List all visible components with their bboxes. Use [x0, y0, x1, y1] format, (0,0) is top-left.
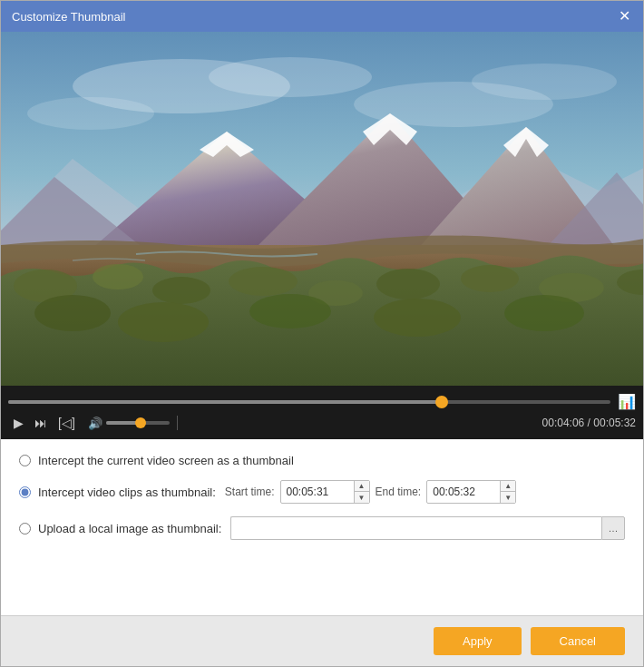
- end-time-up[interactable]: ▲: [501, 481, 515, 492]
- cancel-button[interactable]: Cancel: [531, 627, 625, 655]
- progress-fill: [8, 400, 442, 404]
- start-time-input[interactable]: [281, 483, 354, 501]
- time-sep: /: [584, 417, 593, 429]
- end-time-spinners: ▲ ▼: [500, 481, 515, 503]
- svg-point-26: [118, 302, 209, 342]
- svg-point-25: [34, 295, 111, 331]
- video-preview: [1, 32, 643, 386]
- svg-point-28: [374, 299, 461, 337]
- svg-point-29: [504, 295, 584, 331]
- volume-icon: 🔊: [88, 417, 102, 430]
- end-time-input[interactable]: [427, 483, 500, 501]
- separator: [177, 416, 178, 430]
- start-time-down[interactable]: ▼: [355, 492, 369, 503]
- upload-path-input[interactable]: [230, 516, 601, 540]
- waveform-icon: 📊: [618, 393, 636, 410]
- radio3-label[interactable]: Upload a local image as thumbnail:: [38, 522, 221, 535]
- volume-thumb[interactable]: [135, 417, 146, 428]
- svg-point-27: [249, 294, 331, 329]
- progress-thumb[interactable]: [435, 396, 448, 408]
- radio-intercept-current[interactable]: [19, 455, 31, 466]
- option-row-3: Upload a local image as thumbnail: …: [19, 516, 625, 540]
- svg-point-18: [152, 277, 210, 304]
- customize-thumbnail-dialog: Customize Thumbnail ✕: [0, 0, 644, 667]
- svg-point-17: [93, 264, 143, 289]
- svg-point-19: [229, 267, 298, 296]
- radio1-label[interactable]: Intercept the current video screen as a …: [38, 454, 294, 467]
- current-time: 00:04:06: [542, 417, 585, 429]
- svg-point-5: [27, 97, 154, 130]
- svg-point-22: [461, 265, 519, 292]
- volume-area: 🔊: [88, 417, 170, 430]
- start-time-wrapper: ▲ ▼: [280, 480, 370, 504]
- time-display: 00:04:06 / 00:05:32: [542, 417, 636, 429]
- video-frame: [1, 32, 643, 386]
- title-bar: Customize Thumbnail ✕: [1, 1, 643, 32]
- option-row-2: Intercept video clips as thumbnail: Star…: [19, 480, 625, 504]
- svg-point-21: [376, 269, 440, 299]
- radio-intercept-clips[interactable]: [19, 486, 31, 498]
- apply-button[interactable]: Apply: [434, 627, 522, 655]
- total-time: 00:05:32: [593, 417, 636, 429]
- end-time-wrapper: ▲ ▼: [426, 480, 516, 504]
- browse-button[interactable]: …: [601, 516, 625, 540]
- time-input-group: Start time: ▲ ▼ End time: ▲ ▼: [225, 480, 516, 504]
- footer-area: Apply Cancel: [1, 615, 643, 666]
- option-row-1: Intercept the current video screen as a …: [19, 454, 625, 467]
- step-forward-button[interactable]: ⏭: [29, 414, 53, 432]
- end-time-down[interactable]: ▼: [501, 492, 515, 503]
- svg-point-2: [209, 57, 372, 97]
- radio-upload-local[interactable]: [19, 523, 31, 535]
- end-time-label: End time:: [376, 486, 422, 498]
- start-time-up[interactable]: ▲: [355, 481, 369, 492]
- playback-row: ▶ ⏭ [◁] 🔊 00:04:06 / 00:05:32: [8, 412, 636, 436]
- dialog-title: Customize Thumbnail: [12, 10, 125, 24]
- landscape-svg: [1, 32, 643, 386]
- options-area: Intercept the current video screen as a …: [1, 439, 643, 615]
- start-time-spinners: ▲ ▼: [354, 481, 369, 503]
- svg-point-4: [472, 64, 617, 100]
- start-time-label: Start time:: [225, 486, 275, 498]
- close-button[interactable]: ✕: [617, 9, 632, 24]
- progress-row: 📊: [8, 389, 636, 412]
- play-button[interactable]: ▶: [8, 414, 29, 432]
- progress-track[interactable]: [8, 400, 610, 404]
- controls-bar: 📊 ▶ ⏭ [◁] 🔊 00:04:06 / 00:05:32: [1, 386, 643, 439]
- volume-track[interactable]: [106, 421, 170, 425]
- radio2-label[interactable]: Intercept video clips as thumbnail:: [38, 486, 216, 499]
- clip-button[interactable]: [◁]: [53, 414, 81, 432]
